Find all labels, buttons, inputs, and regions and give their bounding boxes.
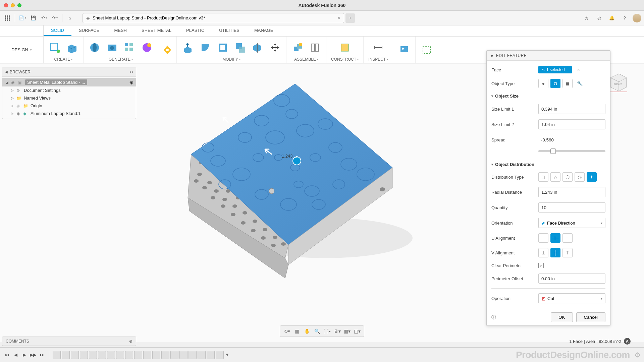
timeline-feature[interactable] <box>189 351 197 359</box>
shell-icon[interactable] <box>216 41 229 54</box>
timeline-feature[interactable] <box>216 351 224 359</box>
autodesk-icon[interactable]: A <box>624 338 631 345</box>
collapse-icon[interactable]: ● <box>491 53 493 58</box>
form-icon[interactable] <box>141 41 153 54</box>
dist-type-square[interactable]: ◻ <box>538 172 548 182</box>
size-limit-2-input[interactable] <box>538 119 605 129</box>
extensions-icon[interactable]: ◷ <box>582 13 591 23</box>
operation-select[interactable]: ◩ Cut <box>538 293 605 303</box>
redo-button[interactable]: ↷ <box>50 13 59 23</box>
u-align-left[interactable]: ⊢ <box>538 233 548 243</box>
u-align-right[interactable]: ⊣ <box>562 233 573 243</box>
timeline-start[interactable]: ⏮ <box>3 351 11 359</box>
orbit-icon[interactable]: ⟲▾ <box>283 327 291 335</box>
expand-icon[interactable]: ▷ <box>10 96 14 100</box>
timeline-feature[interactable] <box>179 351 187 359</box>
timeline-marker[interactable]: ▼ <box>225 352 229 357</box>
timeline-feature[interactable] <box>198 351 206 359</box>
timeline-feature[interactable] <box>107 351 115 359</box>
timeline-feature[interactable] <box>161 351 169 359</box>
tab-mesh[interactable]: MESH <box>107 25 134 36</box>
timeline-features[interactable] <box>53 351 224 359</box>
tab-sheet-metal[interactable]: SHEET METAL <box>134 25 179 36</box>
visibility-icon[interactable]: ◉ <box>16 104 21 108</box>
timeline-feature[interactable] <box>125 351 133 359</box>
new-tab-button[interactable]: + <box>345 13 355 23</box>
look-at-icon[interactable]: ▦ <box>293 327 301 335</box>
dist-type-triangle[interactable]: △ <box>550 172 560 182</box>
undo-button[interactable]: ↶ <box>39 13 49 23</box>
tab-utilities[interactable]: UTILITIES <box>212 25 247 36</box>
v-align-middle[interactable]: ╫ <box>550 248 560 257</box>
tab-solid[interactable]: SOLID <box>44 25 71 36</box>
home-button[interactable]: ⌂ <box>65 13 74 23</box>
u-align-center[interactable]: ⊣⊢ <box>550 233 560 243</box>
timeline-feature[interactable] <box>207 351 215 359</box>
timeline-feature[interactable] <box>62 351 70 359</box>
create-group-label[interactable]: CREATE <box>54 57 73 62</box>
automated-icon[interactable] <box>161 44 174 56</box>
viewport-icon[interactable]: ◫▾ <box>353 327 361 335</box>
close-tab-icon[interactable]: × <box>337 15 340 21</box>
maximize-button[interactable] <box>17 3 21 7</box>
generate-group-label[interactable]: GENERATE <box>109 57 133 62</box>
revolve-icon[interactable] <box>88 41 101 54</box>
timeline-settings-icon[interactable]: ⚙ <box>635 351 641 359</box>
timeline-feature[interactable] <box>71 351 79 359</box>
construct-group-label[interactable]: CONSTRUCT <box>331 57 359 62</box>
browser-header[interactable]: ◀ BROWSER <box>2 67 136 77</box>
insert-icon[interactable] <box>398 44 411 56</box>
sketch-icon[interactable] <box>48 41 61 54</box>
pattern-icon[interactable] <box>123 41 136 54</box>
browser-root[interactable]: ◢ ◉ ▣ Sheet Metal Laptop Stand - ... ◉ <box>2 78 136 86</box>
move-icon[interactable] <box>269 41 281 54</box>
object-type-cylinder[interactable]: ◘ <box>550 79 560 88</box>
cancel-button[interactable]: Cancel <box>576 312 606 322</box>
close-button[interactable] <box>4 3 8 7</box>
object-type-custom[interactable]: 🔧 <box>575 79 585 88</box>
notifications-icon[interactable]: 🔔 <box>607 13 616 23</box>
hole-icon[interactable] <box>106 41 118 54</box>
save-button[interactable]: 💾 <box>29 13 38 23</box>
expand-icon[interactable]: ◢ <box>5 80 9 84</box>
timeline-feature[interactable] <box>152 351 160 359</box>
perimeter-offset-input[interactable] <box>538 274 605 284</box>
face-selection[interactable]: ↖ 1 selected <box>538 66 572 73</box>
extrude-icon[interactable] <box>66 41 78 54</box>
timeline-feature[interactable] <box>134 351 142 359</box>
fit-icon[interactable]: ⛶▾ <box>323 327 331 335</box>
radial-distance-input[interactable] <box>538 187 605 197</box>
browser-item-document-settings[interactable]: ▷ ⚙ Document Settings <box>2 86 136 94</box>
orientation-select[interactable]: ⬈ Face Direction <box>538 218 605 228</box>
panel-header[interactable]: ● EDIT FEATURE <box>487 51 610 61</box>
document-tab[interactable]: ◈ Sheet Metal Laptop Stand - ProductDesi… <box>83 13 344 23</box>
spread-slider[interactable] <box>538 150 605 152</box>
split-icon[interactable] <box>251 41 264 54</box>
timeline-back[interactable]: ◀ <box>12 351 19 359</box>
construct-icon[interactable] <box>338 41 351 54</box>
timeline-feature[interactable] <box>98 351 106 359</box>
help-icon[interactable]: ? <box>620 13 629 23</box>
minimize-button[interactable] <box>11 3 15 7</box>
inspect-group-label[interactable]: INSPECT <box>368 57 388 62</box>
quantity-input[interactable] <box>538 202 605 213</box>
timeline-feature[interactable] <box>170 351 178 359</box>
expand-icon[interactable]: ▷ <box>10 104 14 108</box>
timeline-forward[interactable]: ▶▶ <box>30 351 37 359</box>
tab-manage[interactable]: MANAGE <box>247 25 280 36</box>
timeline-feature[interactable] <box>143 351 151 359</box>
visibility-icon[interactable]: ◉ <box>11 80 16 85</box>
display-icon[interactable]: 🖥▾ <box>333 327 341 335</box>
v-align-top[interactable]: ⊤ <box>562 248 573 257</box>
clear-selection-icon[interactable]: × <box>575 67 582 72</box>
dist-type-random[interactable]: ✦ <box>587 172 597 182</box>
user-avatar[interactable] <box>633 14 641 22</box>
select-icon[interactable] <box>420 44 433 56</box>
browser-item-component[interactable]: ▷ ◉ ◆ Aluminum Laptop Stand:1 <box>2 110 136 117</box>
pan-icon[interactable]: ✋ <box>303 327 311 335</box>
modify-group-label[interactable]: MODIFY <box>222 57 240 62</box>
timeline-feature[interactable] <box>89 351 97 359</box>
inspect-icon[interactable] <box>372 41 385 54</box>
dist-type-radial[interactable]: ◎ <box>575 172 585 182</box>
timeline-end[interactable]: ⏭ <box>38 351 46 359</box>
